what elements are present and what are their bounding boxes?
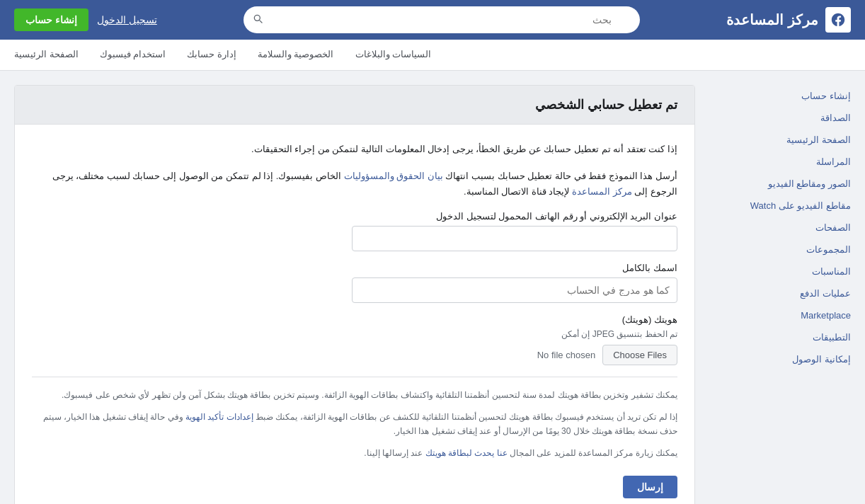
sidebar-item-create-account[interactable]: إنشاء حساب [709, 85, 851, 107]
name-label: اسمك بالكامل [32, 263, 677, 273]
info3-suffix: عند إرسالها إلينا. [364, 448, 423, 458]
sidebar-item-events[interactable]: المناسبات [709, 260, 851, 282]
facebook-logo-icon [825, 7, 851, 33]
id-card-link[interactable]: عنا يحدث لبطاقة هويتك [425, 448, 508, 458]
sidebar-item-pages[interactable]: الصفحات [709, 217, 851, 239]
content-body: إذا كنت تعتقد أنه تم تعطيل حسابك عن طريق… [15, 125, 694, 504]
name-field-group: اسمك بالكامل [32, 263, 677, 303]
nav-item-manage[interactable]: إدارة حسابك [187, 40, 236, 69]
nav-item-home[interactable]: الصفحة الرئيسية [14, 40, 79, 69]
sidebar-item-apps[interactable]: التطبيقات [709, 326, 851, 348]
sidebar-item-groups[interactable]: المجموعات [709, 239, 851, 260]
sidebar-item-photos-videos[interactable]: الصور ومقاطع الفيديو [709, 173, 851, 195]
rights-link[interactable]: بيان الحقوق والمسؤوليات [344, 171, 443, 181]
sidebar-item-main-page[interactable]: الصفحة الرئيسية [709, 129, 851, 151]
content-area: تم تعطيل حسابي الشخصي إذا كنت تعتقد أنه … [14, 85, 695, 504]
form-desc-part1: أرسل هذا النموذج فقط في حالة تعطيل حسابك… [445, 171, 677, 181]
sidebar-item-watch[interactable]: مقاطع الفيديو على Watch [709, 195, 851, 217]
email-input[interactable] [352, 226, 677, 251]
nav-item-policies[interactable]: السياسات والبلاغات [355, 40, 432, 69]
submit-button[interactable]: إرسال [623, 476, 677, 498]
form-description: أرسل هذا النموذج فقط في حالة تعطيل حسابك… [32, 168, 677, 200]
identity-label: هويتك (هويتك) [32, 314, 677, 325]
help-center-link[interactable]: مركز المساعدة [572, 186, 632, 197]
identity-section: هويتك (هويتك) تم الحفظ بتنسيق JPEG إن أم… [32, 314, 677, 365]
content-header: تم تعطيل حسابي الشخصي [15, 86, 694, 125]
navbar: السياسات والبلاغات الخصوصية والسلامة إدا… [0, 40, 865, 71]
signup-button[interactable]: إنشاء حساب [14, 8, 88, 31]
intro-text: إذا كنت تعتقد أنه تم تعطيل حسابك عن طريق… [32, 142, 677, 157]
sidebar-item-accessibility[interactable]: إمكانية الوصول [709, 348, 851, 370]
divider [32, 377, 677, 377]
sidebar-item-marketplace[interactable]: Marketplace [709, 304, 851, 326]
name-input[interactable] [352, 277, 677, 303]
email-label: عنوان البريد الإلكتروني أو رقم الهاتف ال… [32, 211, 677, 222]
page-title: تم تعطيل حسابي الشخصي [32, 97, 677, 113]
form-desc-part3: لإيجاد قناة الاتصال المناسبة. [464, 186, 569, 197]
identity-info-2: إذا لم تكن تريد أن يستخدم فيسبوك بطاقة ه… [32, 411, 677, 437]
header: مركز المساعدة تسجيل الدخول إنشاء حساب [0, 0, 865, 40]
main-container: إنشاء حساب الصداقة الصفحة الرئيسية المرا… [0, 71, 865, 504]
file-upload-row: No file chosen Choose Files [32, 345, 677, 365]
identity-info-1: يمكنك تشفير وتخزين بطاقة هويتك لمدة سنة … [32, 389, 677, 402]
login-button[interactable]: تسجيل الدخول [97, 14, 157, 25]
file-no-chosen-text: No file chosen [537, 350, 595, 360]
identity-info-3: يمكنك زيارة مركز المساعدة للمزيد على الم… [32, 447, 677, 460]
header-search-container [244, 6, 640, 33]
header-right: مركز المساعدة [726, 7, 851, 33]
sidebar-item-friendship[interactable]: الصداقة [709, 107, 851, 129]
info3-prefix: يمكنك زيارة مركز المساعدة للمزيد على الم… [510, 448, 677, 458]
search-input[interactable] [244, 6, 640, 33]
sidebar-item-messaging[interactable]: المراسلة [709, 151, 851, 173]
info2-prefix: إذا لم تكن تريد أن يستخدم فيسبوك بطاقة ه… [256, 412, 677, 422]
nav-item-privacy[interactable]: الخصوصية والسلامة [258, 40, 334, 69]
search-button[interactable] [252, 13, 263, 27]
identity-hint: تم الحفظ بتنسيق JPEG إن أمكن [32, 329, 677, 339]
sidebar-item-payment[interactable]: عمليات الدفع [709, 282, 851, 304]
choose-files-button[interactable]: Choose Files [602, 345, 677, 365]
sidebar: إنشاء حساب الصداقة الصفحة الرئيسية المرا… [709, 85, 851, 370]
email-field-group: عنوان البريد الإلكتروني أو رقم الهاتف ال… [32, 211, 677, 251]
submit-section: إرسال [32, 469, 677, 498]
identity-settings-link[interactable]: إعدادات تأكيد الهوية [185, 412, 253, 422]
header-auth-buttons: تسجيل الدخول إنشاء حساب [14, 8, 157, 31]
header-logo-text: مركز المساعدة [726, 11, 818, 28]
nav-item-use-fb[interactable]: استخدام فيسبوك [100, 40, 166, 69]
